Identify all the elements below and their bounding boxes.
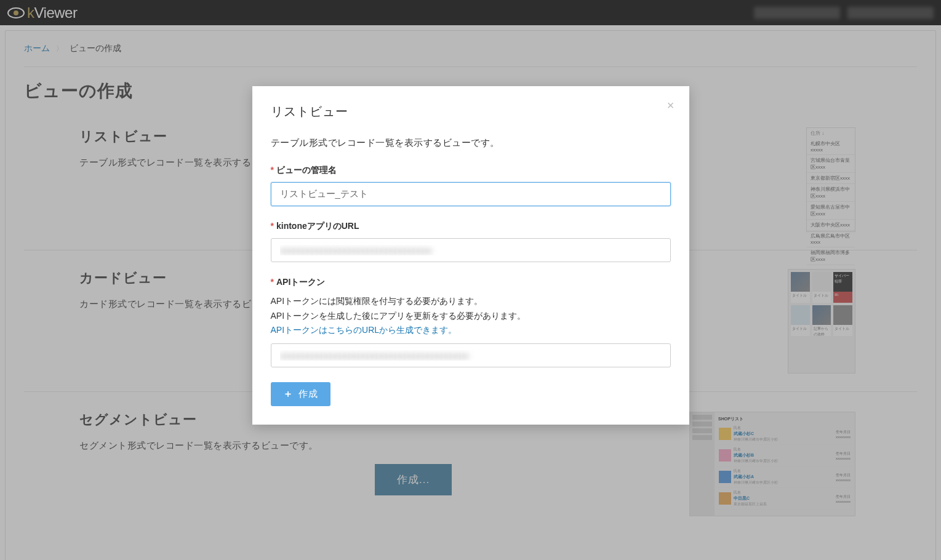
modal-create-button[interactable]: ＋ 作成 (271, 382, 330, 406)
kintone-url-input[interactable] (271, 238, 671, 262)
view-name-label: *ビューの管理名 (271, 165, 671, 176)
plus-icon: ＋ (283, 388, 294, 401)
api-token-input[interactable] (271, 343, 671, 367)
close-icon[interactable]: × (667, 98, 675, 113)
api-token-help-1: APIトークンには閲覧権限を付与する必要があります。 (271, 294, 671, 308)
kintone-url-label: *kintoneアプリのURL (271, 221, 671, 232)
api-token-help-2: APIトークンを生成した後にアプリを更新をする必要があります。 (271, 309, 671, 322)
view-name-input[interactable] (271, 182, 671, 206)
modal-desc: テーブル形式でレコード一覧を表示するビューです。 (271, 137, 671, 149)
modal-dialog: × リストビュー テーブル形式でレコード一覧を表示するビューです。 *ビューの管… (252, 86, 689, 425)
api-token-label: *APIトークン (271, 277, 671, 288)
api-token-generate-link[interactable]: APIトークンはこちらのURLから生成できます。 (271, 325, 457, 336)
modal-title: リストビュー (271, 103, 671, 120)
